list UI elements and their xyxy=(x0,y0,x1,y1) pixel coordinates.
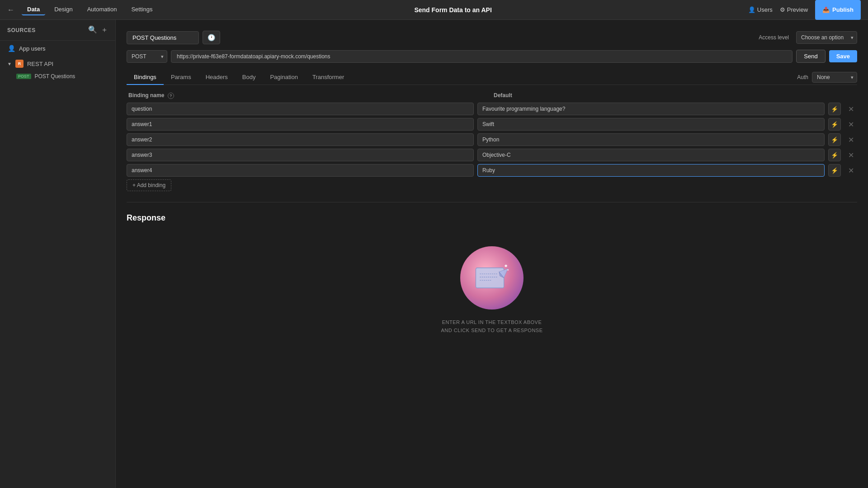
search-icon[interactable]: 🔍 xyxy=(88,25,97,35)
sources-label: Sources xyxy=(7,27,36,33)
response-empty-line1: ENTER A URL IN THE TEXTBOX ABOVE xyxy=(441,319,542,327)
binding-name-2[interactable] xyxy=(127,118,474,131)
users-icon: 👤 xyxy=(748,6,755,13)
tab-params[interactable]: Params xyxy=(164,70,198,85)
bindings-header: Binding name ? Default xyxy=(127,92,857,99)
access-level-select[interactable]: Choose an option xyxy=(796,31,857,44)
auth-row: Auth None xyxy=(797,72,857,83)
nav-tab-settings[interactable]: Settings xyxy=(126,4,158,15)
remove-button-2[interactable]: ✕ xyxy=(844,118,857,131)
tab-pagination[interactable]: Pagination xyxy=(263,70,305,85)
remove-button-4[interactable]: ✕ xyxy=(844,149,857,161)
nav-tab-automation[interactable]: Automation xyxy=(82,4,123,15)
svg-point-7 xyxy=(505,265,507,267)
binding-name-1[interactable] xyxy=(127,103,474,115)
table-row: ⚡ ✕ xyxy=(127,118,857,131)
rest-api-expand-icon: ▼ xyxy=(7,61,12,66)
sidebar-header: Sources 🔍 ＋ xyxy=(0,20,115,41)
remove-button-1[interactable]: ✕ xyxy=(844,103,857,115)
response-empty: ENTER A URL IN THE TEXTBOX ABOVE AND CLI… xyxy=(127,237,857,343)
response-empty-line2: AND CLICK SEND TO GET A RESPONSE xyxy=(441,327,542,335)
preview-icon: ⚙ xyxy=(780,6,785,13)
lightning-button-3[interactable]: ⚡ xyxy=(828,133,841,146)
table-row: ⚡ ✕ xyxy=(127,149,857,161)
url-input[interactable] xyxy=(171,50,793,63)
sidebar-item-app-users[interactable]: 👤 App users xyxy=(0,41,115,56)
response-empty-text: ENTER A URL IN THE TEXTBOX ABOVE AND CLI… xyxy=(441,319,542,334)
method-select-wrapper: POST GET PUT DELETE xyxy=(127,50,167,63)
url-bar: POST GET PUT DELETE Send Save xyxy=(127,50,857,63)
auth-select[interactable]: None xyxy=(812,72,857,83)
response-illustration xyxy=(460,246,524,310)
binding-default-1[interactable] xyxy=(477,103,825,115)
preview-label: Preview xyxy=(787,6,808,13)
binding-name-5[interactable] xyxy=(127,164,474,177)
sidebar: Sources 🔍 ＋ 👤 App users ▼ R REST API POS… xyxy=(0,20,116,488)
method-select[interactable]: POST GET PUT DELETE xyxy=(127,50,167,63)
binding-default-3[interactable] xyxy=(477,133,825,146)
history-button[interactable]: 🕐 xyxy=(203,31,220,44)
lightning-button-1[interactable]: ⚡ xyxy=(828,103,841,115)
send-button[interactable]: Send xyxy=(796,50,825,63)
tab-transformer[interactable]: Transformer xyxy=(305,70,351,85)
page-title: Send Form Data to an API xyxy=(158,6,748,14)
main-content: 🕐 Access level Choose an option POST GET… xyxy=(116,20,868,488)
binding-default-4[interactable] xyxy=(477,149,825,161)
rest-api-label: REST API xyxy=(27,61,53,67)
binding-name-4[interactable] xyxy=(127,149,474,161)
publish-icon: 📤 xyxy=(822,6,830,13)
response-title: Response xyxy=(127,213,857,223)
help-icon[interactable]: ? xyxy=(168,93,174,99)
response-section: Response xyxy=(127,213,857,343)
sidebar-item-rest-api[interactable]: ▼ R REST API xyxy=(0,56,115,71)
access-level-label: Access level xyxy=(759,34,789,41)
main-layout: Sources 🔍 ＋ 👤 App users ▼ R REST API POS… xyxy=(0,20,868,488)
post-questions-label: POST Questions xyxy=(35,73,75,80)
table-row: ⚡ ✕ xyxy=(127,103,857,115)
nav-tab-design[interactable]: Design xyxy=(49,4,78,15)
access-level-wrapper: Choose an option xyxy=(796,31,857,44)
sidebar-item-post-questions[interactable]: POST POST Questions xyxy=(0,71,115,81)
nav-tabs: Data Design Automation Settings xyxy=(22,4,158,15)
rest-api-icon: R xyxy=(15,60,24,68)
save-button[interactable]: Save xyxy=(829,50,857,62)
app-users-label: App users xyxy=(19,45,46,52)
users-label: Users xyxy=(757,6,773,13)
tabs-bar: Bindings Params Headers Body Pagination … xyxy=(127,70,857,85)
table-row: ⚡ ✕ xyxy=(127,133,857,146)
col-default-header: Default xyxy=(494,92,855,99)
back-button[interactable]: ← xyxy=(7,6,14,14)
tab-bindings[interactable]: Bindings xyxy=(127,70,164,85)
api-name-input[interactable] xyxy=(127,31,199,44)
publish-label: Publish xyxy=(832,6,854,13)
auth-label: Auth xyxy=(797,74,808,80)
api-top-bar: 🕐 Access level Choose an option xyxy=(127,31,857,44)
users-button[interactable]: 👤 Users xyxy=(748,6,773,13)
svg-rect-0 xyxy=(476,268,504,288)
add-binding-button[interactable]: + Add binding xyxy=(127,179,171,191)
binding-default-2[interactable] xyxy=(477,118,825,131)
add-source-icon[interactable]: ＋ xyxy=(101,25,108,35)
top-nav: ← Data Design Automation Settings Send F… xyxy=(0,0,868,20)
tab-headers[interactable]: Headers xyxy=(198,70,235,85)
tab-body[interactable]: Body xyxy=(235,70,263,85)
section-divider xyxy=(127,202,857,202)
lightning-button-4[interactable]: ⚡ xyxy=(828,149,841,161)
preview-button[interactable]: ⚙ Preview xyxy=(780,6,808,13)
col-name-header: Binding name ? xyxy=(128,92,490,99)
nav-tab-data[interactable]: Data xyxy=(22,4,45,15)
binding-default-5[interactable] xyxy=(477,164,825,177)
remove-button-5[interactable]: ✕ xyxy=(844,164,857,177)
publish-button[interactable]: 📤 Publish xyxy=(815,0,861,20)
response-svg-icon xyxy=(472,260,512,296)
nav-right: 👤 Users ⚙ Preview 📤 Publish xyxy=(748,0,861,20)
app-users-icon: 👤 xyxy=(7,44,15,52)
binding-name-3[interactable] xyxy=(127,133,474,146)
remove-button-3[interactable]: ✕ xyxy=(844,133,857,146)
lightning-button-5[interactable]: ⚡ xyxy=(828,164,841,177)
lightning-button-2[interactable]: ⚡ xyxy=(828,118,841,131)
tabs-row: Bindings Params Headers Body Pagination … xyxy=(127,70,857,84)
sidebar-header-actions: 🔍 ＋ xyxy=(88,25,108,35)
table-row: ⚡ ✕ xyxy=(127,164,857,177)
svg-point-8 xyxy=(507,269,509,271)
